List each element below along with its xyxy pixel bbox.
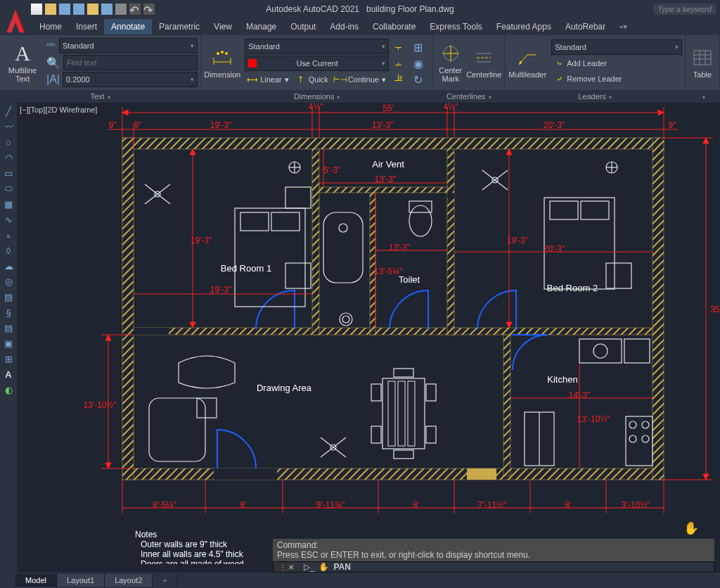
plot-icon[interactable]	[115, 4, 127, 15]
svg-rect-28	[447, 149, 454, 335]
multileader-button[interactable]: Multileader	[508, 38, 547, 87]
panel-center-label[interactable]: Centerlines	[433, 90, 504, 103]
multiline-text-button[interactable]: A Multiline Text	[3, 38, 42, 87]
menu-autorebar[interactable]: AutoRebar	[558, 19, 612, 34]
tab-layout1[interactable]: Layout1	[57, 574, 105, 587]
cmd-prompt-icon: ▷_	[304, 562, 315, 572]
menu-featured[interactable]: Featured Apps	[489, 19, 558, 34]
svg-text:Toilet: Toilet	[399, 274, 420, 285]
circle-tool-icon[interactable]: ○	[1, 135, 15, 149]
mtext-tool-icon[interactable]: A	[1, 367, 15, 381]
svg-rect-32	[503, 335, 510, 475]
gradient-tool-icon[interactable]: ▤	[1, 321, 15, 335]
new-icon[interactable]	[31, 4, 42, 15]
menu-view[interactable]: View	[207, 19, 239, 34]
dim-style-dropdown[interactable]: Standard	[245, 39, 389, 54]
saveas-icon[interactable]	[73, 4, 84, 15]
menu-addins[interactable]: Add-ins	[323, 19, 366, 34]
svg-text:8'-5¼": 8'-5¼"	[153, 500, 176, 510]
arc-tool-icon[interactable]: ◠	[1, 151, 15, 165]
find-icon[interactable]: 🔍	[46, 56, 60, 70]
svg-text:19'-3": 19'-3"	[210, 285, 232, 295]
hatch-tool-icon[interactable]: ▦	[1, 197, 15, 211]
linear-button[interactable]: ⟷Linear ▾	[245, 72, 292, 87]
tab-add[interactable]: +	[153, 574, 177, 587]
break-dim-icon[interactable]: ⫟	[393, 41, 409, 54]
tab-layout2[interactable]: Layout2	[105, 574, 153, 587]
panel-leaders-label[interactable]: Leaders	[505, 90, 685, 103]
tab-model[interactable]: Model	[15, 574, 57, 587]
svg-text:14'-3": 14'-3"	[569, 390, 591, 400]
app-logo[interactable]	[3, 7, 28, 35]
dimension-icon	[211, 46, 233, 69]
table-tool-icon[interactable]: ⊞	[1, 352, 15, 366]
add-leader-button[interactable]: ⤷Add Leader	[551, 56, 682, 70]
open-icon[interactable]	[45, 4, 56, 15]
panel-text-label[interactable]: Text	[0, 90, 200, 103]
helix-tool-icon[interactable]: §	[1, 305, 15, 319]
table-button[interactable]: Table	[688, 38, 716, 87]
height-icon[interactable]: |A|	[46, 73, 60, 86]
find-text-input[interactable]	[63, 55, 198, 70]
ellipse-tool-icon[interactable]: ⬭	[1, 181, 15, 196]
svg-point-79	[642, 435, 649, 442]
use-current-dropdown[interactable]: Use Current	[245, 56, 389, 71]
centerline-button[interactable]: Centerline	[466, 38, 501, 87]
save-web-icon[interactable]	[101, 4, 112, 15]
search-box[interactable]: Type a keyword	[653, 4, 716, 15]
dim-tool-icon[interactable]: ⫡	[393, 72, 409, 85]
block-tool-icon[interactable]: ◐	[1, 383, 15, 397]
polyline-tool-icon[interactable]: 〰	[1, 120, 15, 134]
line-tool-icon[interactable]: ╱	[1, 104, 15, 118]
point-tool-icon[interactable]: ∘	[1, 228, 15, 242]
panel-text: A Multiline Text ᴬᴮᶜ Standard 🔍 |A| 0.20…	[0, 35, 201, 102]
spline-tool-icon[interactable]: ∿	[1, 212, 15, 226]
region-tool-icon[interactable]: ◊	[1, 243, 15, 257]
inspect-icon[interactable]: ◉	[413, 57, 430, 70]
command-line[interactable]: ⋮ ✕ ▷_ ✋ PAN	[273, 561, 714, 573]
remove-leader-button[interactable]: ⤶Remove Leader	[551, 72, 682, 86]
panel-tables: Table	[686, 35, 720, 102]
center-mark-button[interactable]: Center Mark	[436, 38, 465, 87]
cmd-close-icon[interactable]: ⋮ ✕	[276, 563, 297, 571]
menu-insert[interactable]: Insert	[69, 19, 104, 34]
wipeout-tool-icon[interactable]: ▨	[1, 290, 15, 304]
redo-icon[interactable]: ↷	[143, 4, 155, 15]
tolerance-icon[interactable]: ⊞	[413, 41, 430, 54]
svg-rect-27	[312, 149, 319, 335]
spellcheck-icon[interactable]: ᴬᴮᶜ	[46, 41, 56, 51]
menu-manage[interactable]: Manage	[239, 19, 283, 34]
menu-overflow-icon[interactable]: ▪▾	[612, 19, 634, 34]
boundary-tool-icon[interactable]: ▣	[1, 336, 15, 350]
svg-text:Doors are all made of wood: Doors are all made of wood	[141, 559, 244, 564]
svg-rect-46	[409, 201, 432, 212]
svg-rect-58	[197, 398, 217, 418]
adjust-space-icon[interactable]: ⫠	[393, 57, 409, 70]
svg-rect-50	[550, 201, 578, 219]
menu-parametric[interactable]: Parametric	[152, 19, 207, 34]
dimension-lines	[101, 107, 713, 513]
menu-collaborate[interactable]: Collaborate	[366, 19, 423, 34]
menu-home[interactable]: Home	[32, 19, 69, 34]
leader-style-dropdown[interactable]: Standard	[551, 39, 682, 55]
menu-annotate[interactable]: Annotate	[104, 19, 152, 34]
panel-dim-label[interactable]: Dimensions	[201, 90, 432, 103]
drawing-canvas[interactable]: [−][Top][2D Wireframe]	[17, 103, 720, 564]
donut-tool-icon[interactable]: ◎	[1, 274, 15, 288]
menu-express[interactable]: Express Tools	[423, 19, 489, 34]
text-height-dropdown[interactable]: 0.2000	[63, 72, 198, 87]
continue-button[interactable]: ⊢⊣Continue ▾	[333, 72, 389, 87]
rectangle-tool-icon[interactable]: ▭	[1, 166, 15, 180]
quick-icon: ⤒	[296, 75, 306, 84]
menu-output[interactable]: Output	[283, 19, 323, 34]
update-icon[interactable]: ↻	[413, 73, 430, 87]
open-web-icon[interactable]	[87, 4, 98, 15]
quick-button[interactable]: ⤒Quick	[293, 72, 331, 87]
dimension-button[interactable]: Dimension	[204, 38, 240, 87]
svg-rect-30	[319, 187, 447, 193]
panel-table-label[interactable]	[686, 90, 719, 103]
revcloud-tool-icon[interactable]: ☁	[1, 259, 15, 273]
save-icon[interactable]	[59, 4, 70, 15]
text-style-dropdown[interactable]: Standard	[59, 38, 198, 53]
undo-icon[interactable]: ↶	[129, 4, 141, 15]
